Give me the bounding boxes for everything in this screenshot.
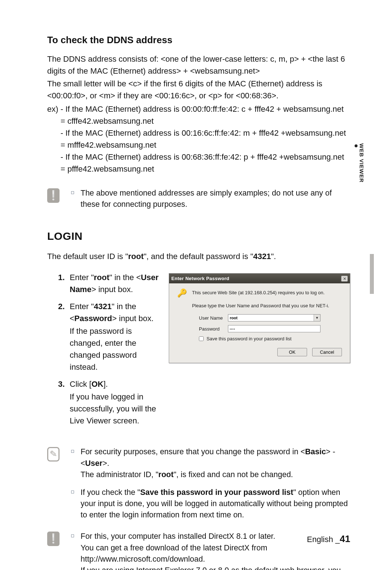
login-steps-list: 1. Enter "root" in the <User Name> input… [47,271,160,432]
page-footer: English _41 [307,533,350,545]
footer-language: English _ [307,535,340,544]
tip-1: For security purposes, ensure that you c… [81,446,350,480]
step-2-sub: If the password is changed, enter the ch… [47,325,160,373]
example-line-2: - If the MAC (Ethernet) address is 00:16… [61,127,350,151]
password-label: Password [199,326,228,332]
example-prefix: ex) [47,103,61,127]
chevron-down-icon[interactable]: ▼ [314,315,320,321]
bullet-icon [71,534,74,537]
username-label: User Name [199,315,228,321]
ok-button[interactable]: OK [277,348,307,356]
dialog-message-1: This secure Web Site (at 192.168.0.254) … [192,289,329,296]
save-password-label: Save this password in your password list [207,336,291,341]
ddns-paragraph-1: The DDNS address consists of: <one of th… [47,53,350,77]
note-icon [47,447,60,462]
ddns-heading: To check the DDNS address [47,34,350,46]
dialog-title: Enter Network Password [171,276,229,281]
step-1: 1. Enter "root" in the <User Name> input… [47,271,160,295]
login-intro: The default user ID is "root", and the d… [47,250,350,262]
example-line-1: - If the MAC (Ethernet) address is 00:00… [61,103,350,127]
ddns-paragraph-2: The small letter will be <c> if the firs… [47,78,350,102]
key-icon: 🔑 [177,288,187,309]
password-input[interactable] [228,325,320,332]
step-3-sub: If you have logged in successfully, you … [47,391,160,427]
dialog-titlebar: Enter Network Password ✕ [169,274,350,283]
page-number: 41 [340,533,350,544]
example-indent [47,151,61,175]
step-number: 2. [58,300,67,324]
save-password-checkbox[interactable] [199,336,204,341]
ddns-warning-text: The above mentioned addresses are simply… [81,188,350,210]
bullet-icon [71,191,74,194]
warning-icon [47,532,60,546]
bullet-icon [71,491,74,493]
username-input[interactable] [228,315,314,321]
dialog-message-2: Please type the User Name and Password t… [192,302,329,309]
example-indent [47,127,61,151]
bullet-icon [71,450,74,453]
ddns-example-block: ex) - If the MAC (Ethernet) address is 0… [47,103,350,175]
close-icon[interactable]: ✕ [341,276,348,282]
cancel-button[interactable]: Cancel [312,348,342,356]
step-3: 3. Click [OK]. [47,378,160,390]
ddns-warning-callout: The above mentioned addresses are simply… [47,188,350,210]
step-2: 2. Enter "4321" in the <Password> input … [47,300,160,324]
step-number: 1. [58,271,67,295]
warning-icon [47,188,60,203]
login-dialog: Enter Network Password ✕ 🔑 This secure W… [169,273,350,363]
tip-2: If you check the "Save this password in … [81,487,350,521]
example-line-3: - If the MAC (Ethernet) address is 00:68… [61,151,350,175]
login-tip-callout: For security purposes, ensure that you c… [47,446,350,521]
login-heading: LOGIN [47,230,350,242]
step-number: 3. [58,378,67,390]
login-warning-callout: For this, your computer has installed Di… [47,531,350,570]
